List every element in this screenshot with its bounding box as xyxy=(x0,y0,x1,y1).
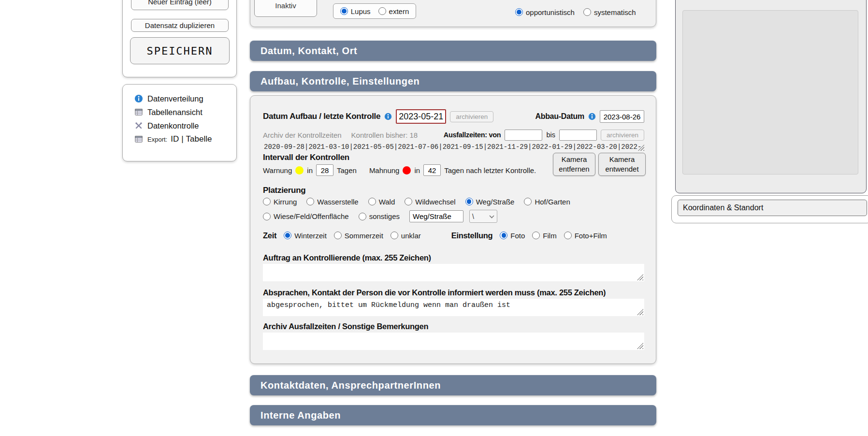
radio-label: Kirrung xyxy=(274,198,297,206)
reminder-days-input[interactable] xyxy=(423,164,441,176)
outage-to-input[interactable] xyxy=(559,130,597,141)
outage-from-label: Ausfallzeiten: von xyxy=(444,131,501,139)
radio-extern[interactable]: extern xyxy=(378,7,409,15)
inactive-button[interactable]: Inaktiv xyxy=(254,0,317,17)
setup-date-input[interactable] xyxy=(396,109,446,124)
radio-unklar[interactable]: unklar xyxy=(391,232,421,240)
menu-item-tabellenansicht[interactable]: Tabellenansicht xyxy=(134,106,203,118)
einstellung-label: Einstellung xyxy=(451,231,493,240)
outage-from-input[interactable] xyxy=(505,130,542,141)
menu-item-label: Tabellenansicht xyxy=(147,108,203,117)
menu-item-label: Datenverteilung xyxy=(147,94,203,103)
menu-item-datenverteilung[interactable]: Datenverteilung xyxy=(134,93,203,104)
status-card: Inaktiv Lupus extern opportunistisch sys… xyxy=(250,0,656,27)
radio-label: sonstiges xyxy=(369,212,400,220)
radio-kirrung[interactable]: Kirrung xyxy=(263,198,297,206)
radio-sommerzeit[interactable]: Sommerzeit xyxy=(334,232,383,240)
radio-circle xyxy=(564,232,572,239)
section-header-datum-kontakt-ort[interactable]: Datum, Kontakt, Ort xyxy=(250,41,656,61)
table-icon xyxy=(134,135,143,144)
teardown-date-input[interactable] xyxy=(600,110,644,123)
radio-circle xyxy=(583,8,591,16)
radio-circle xyxy=(532,232,540,239)
radio-circle xyxy=(524,198,532,205)
archive-info-group: Archiv der Kontrollzeiten Kontrollen bis… xyxy=(263,131,418,139)
archive-outage-button[interactable]: archivieren xyxy=(601,130,644,141)
export-table-link[interactable]: Tabelle xyxy=(186,134,212,144)
map-panel xyxy=(675,0,867,193)
menu-item-label: Datenkontrolle xyxy=(147,121,199,131)
radio-label: opportunistisch xyxy=(526,8,575,16)
in-label: in xyxy=(307,166,313,174)
radio-circle xyxy=(340,7,348,15)
info-icon[interactable] xyxy=(588,113,596,120)
radio-label: Winterzeit xyxy=(294,232,327,240)
radio-circle xyxy=(405,198,412,205)
radio-wald[interactable]: Wald xyxy=(368,198,395,206)
radio-systematisch[interactable]: systematisch xyxy=(583,8,636,16)
new-entry-button[interactable]: Neuer Eintrag (leer) xyxy=(131,0,229,10)
source-radio-group: Lupus extern xyxy=(333,3,416,19)
radio-opportunistisch[interactable]: opportunistisch xyxy=(515,8,575,16)
reminder-label: Mahnung xyxy=(369,166,400,174)
duplicate-record-button[interactable]: Datensatz duplizieren xyxy=(131,19,229,32)
radio-foto[interactable]: Foto xyxy=(500,232,525,240)
coordinates-standort-button[interactable]: Koordinaten & Standort xyxy=(678,200,867,216)
radio-lupus[interactable]: Lupus xyxy=(340,7,371,15)
archive-control-button[interactable]: archivieren xyxy=(450,111,493,122)
radio-sonstiges[interactable]: sonstiges xyxy=(359,212,400,220)
absprachen-textarea[interactable]: abgesprochen, bittet um Rückmeldung wenn… xyxy=(263,299,644,316)
radio-circle xyxy=(284,232,291,239)
radio-weg-strasse[interactable]: Weg/Straße xyxy=(465,198,515,206)
info-icon[interactable] xyxy=(384,113,392,120)
days-label: Tagen xyxy=(337,166,357,174)
radio-label: unklar xyxy=(401,232,421,240)
control-dates-text: 2020-09-28|2021-03-10|2021-05-05|2021-07… xyxy=(264,143,641,151)
menu-item-export[interactable]: Export: ID | Tabelle xyxy=(134,133,212,145)
auftrag-textarea-wrap xyxy=(263,264,644,281)
placement-free-text-input[interactable] xyxy=(409,210,463,222)
radio-label: extern xyxy=(389,7,409,15)
auftrag-textarea[interactable] xyxy=(263,264,644,281)
radio-label: Foto xyxy=(510,232,525,240)
tools-menu-panel: Datenverteilung Tabellenansicht Datenkon… xyxy=(122,84,237,161)
section-header-interne-angaben[interactable]: Interne Angaben xyxy=(250,405,656,425)
reminder-color-dot xyxy=(403,166,411,174)
control-dates-archive[interactable]: 2020-09-28|2021-03-10|2021-05-05|2021-07… xyxy=(264,142,644,151)
radio-circle xyxy=(359,213,366,220)
control-archive-link[interactable]: Archiv der Kontrollzeiten xyxy=(263,131,342,139)
placement-title: Platzierung xyxy=(263,186,305,195)
radio-label: Wiese/Feld/Offenfläche xyxy=(274,212,349,220)
radio-circle xyxy=(368,198,376,205)
menu-item-datenkontrolle[interactable]: Datenkontrolle xyxy=(134,120,199,131)
section-header-aufbau[interactable]: Aufbau, Kontrolle, Einstellungen xyxy=(250,71,656,91)
table-icon xyxy=(134,108,143,116)
save-button[interactable]: SPEICHERN xyxy=(130,37,230,64)
radio-label: Wildwechsel xyxy=(415,198,455,206)
radio-wasserstelle[interactable]: Wasserstelle xyxy=(306,198,358,206)
placement-row2: Wiese/Feld/Offenfläche sonstiges \ xyxy=(263,210,497,222)
radio-winterzeit[interactable]: Winterzeit xyxy=(284,232,327,240)
info-icon xyxy=(134,94,143,103)
outage-group: Ausfallzeiten: von bis archivieren xyxy=(444,130,644,141)
radio-wiese-feld[interactable]: Wiese/Feld/Offenfläche xyxy=(263,212,349,220)
radio-film[interactable]: Film xyxy=(532,232,556,240)
radio-label: Film xyxy=(543,232,556,240)
archiv-bemerkungen-textarea[interactable] xyxy=(263,333,644,350)
warning-label: Warnung xyxy=(263,166,292,174)
page: Neuer Eintrag (leer) Datensatz duplizier… xyxy=(0,0,868,436)
radio-circle xyxy=(334,232,342,239)
camera-stolen-button[interactable]: Kamera entwendet xyxy=(598,153,646,176)
zeit-einstellung-row: Zeit Winterzeit Sommerzeit unklar Einste… xyxy=(263,229,607,242)
export-id-link[interactable]: ID xyxy=(171,134,179,144)
warning-days-input[interactable] xyxy=(316,164,333,176)
camera-remove-button[interactable]: Kamera entfernen xyxy=(553,153,595,176)
section-header-kontaktdaten[interactable]: Kontaktdaten, AnsprechpartnerInnen xyxy=(250,375,656,395)
placement-select[interactable]: \ xyxy=(469,210,497,223)
outage-to-label: bis xyxy=(546,131,555,139)
radio-foto-film[interactable]: Foto+Film xyxy=(564,232,607,240)
radio-label: Wasserstelle xyxy=(317,198,358,206)
radio-wildwechsel[interactable]: Wildwechsel xyxy=(405,198,455,206)
radio-hof-garten[interactable]: Hof/Garten xyxy=(524,198,570,206)
interval-title: Intervall der Kontrollen xyxy=(263,153,349,162)
